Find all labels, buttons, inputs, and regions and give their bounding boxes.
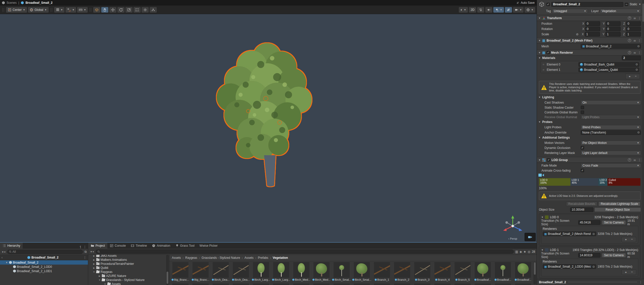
asset-item[interactable]: Branch_2 xyxy=(394,262,410,285)
pick-window-icon[interactable]: ⧉ xyxy=(84,250,87,254)
add-renderer-button[interactable]: ＋ xyxy=(623,270,628,274)
animate-crossfade-checkbox[interactable] xyxy=(581,169,584,172)
rect-tool-button[interactable] xyxy=(134,7,141,13)
2d-toggle-button[interactable]: 2D xyxy=(469,7,476,13)
footer-drag-handle[interactable] xyxy=(568,281,637,283)
additional-settings-foldout[interactable]: ▼Additional Settings xyxy=(537,135,642,140)
breadcrumb-item[interactable]: Grasslands - Stylized Nature xyxy=(202,256,240,260)
object-picker-icon[interactable]: ⊙ xyxy=(637,45,640,48)
asset-item[interactable]: Birch_Med... xyxy=(313,262,330,285)
remove-element-button[interactable]: − xyxy=(633,74,638,79)
hidden-packages-icon[interactable]: ◎ xyxy=(528,250,530,254)
help-icon[interactable]: ? xyxy=(628,158,631,162)
folder-row[interactable]: ▶JMO Assets xyxy=(88,255,169,258)
tab-timeline[interactable]: Timeline xyxy=(128,243,149,249)
object-picker-icon[interactable]: ⊙ xyxy=(592,232,595,236)
drag-handle-icon[interactable]: = xyxy=(542,63,545,66)
asset-item[interactable]: Branch_4 xyxy=(434,262,450,285)
material-element-row[interactable]: = Element 0 Broadleaf_Bark_Quibli ⊙ xyxy=(542,62,639,67)
kebab-menu-icon[interactable]: ⋮ xyxy=(638,39,641,42)
breadcrumb-item[interactable]: Assets xyxy=(244,256,253,260)
foldout-open-icon[interactable]: ▼ xyxy=(538,39,541,42)
folder-row[interactable]: ▼Grasslands - Stylized Nature xyxy=(88,278,169,282)
asset-item[interactable]: Birch_Smal... xyxy=(354,262,370,285)
recalculate-lightmap-button[interactable]: Recalculate Lightmap Scale xyxy=(598,202,640,206)
lod1-transition-field[interactable]: 14.80319 xyxy=(578,253,600,258)
breadcrumb-item[interactable]: Prefabs xyxy=(258,256,268,260)
selected-tree-object[interactable] xyxy=(0,14,537,242)
remove-renderer-button[interactable]: − xyxy=(629,270,634,274)
presets-icon[interactable]: ⚌ xyxy=(633,16,636,20)
lod-bar-segment[interactable]: Culled8% xyxy=(607,178,640,186)
folder-row[interactable]: ▼Raygeas xyxy=(88,270,169,274)
folder-row[interactable]: ▶AZURE Nature xyxy=(88,274,169,278)
motion-vectors-dropdown[interactable]: Per Object Motion▼ xyxy=(581,141,641,145)
tool-settings-dropdown[interactable]: ▼ xyxy=(77,7,88,13)
lod-bar[interactable]: LOD 0100% LOD 145% LOD 215% Culled8% xyxy=(539,178,640,186)
presets-icon[interactable]: ⚌ xyxy=(633,39,636,42)
kebab-menu-icon[interactable]: ⋮ xyxy=(638,158,641,162)
static-dropdown-caret[interactable]: ▼ xyxy=(639,3,641,6)
saved-search-star-icon[interactable]: ★ xyxy=(523,250,526,254)
material-object-field[interactable]: Broadleaf_Bark_Quibli ⊙ xyxy=(578,62,639,67)
position-y-field[interactable]: 0 xyxy=(606,21,621,26)
recalculate-bounds-button[interactable]: Recalculate Bounds xyxy=(566,202,598,206)
kebab-menu-icon[interactable]: ⋮ xyxy=(639,280,642,284)
light-probes-dropdown[interactable]: Blend Probes▼ xyxy=(581,125,641,130)
kebab-menu-icon[interactable]: ⋮ xyxy=(638,51,641,54)
position-x-field[interactable]: 0 xyxy=(585,21,600,26)
mesh-filter-header[interactable]: ▼ ▦ Broadleaf_Small_2 (Mesh Filter) ?⚌⋮ xyxy=(537,38,642,43)
pivot-mode-dropdown[interactable]: Center ▼ xyxy=(6,7,27,13)
object-size-field[interactable]: 10.35548 xyxy=(570,207,593,212)
tab-wwise-picker[interactable]: Wwise Picker xyxy=(197,243,220,249)
position-z-field[interactable]: 0 xyxy=(626,21,641,26)
scene-camera-preview[interactable] xyxy=(525,233,536,241)
breadcrumb-item[interactable]: Assets xyxy=(172,256,181,260)
tab-project[interactable]: Project xyxy=(88,243,107,249)
reset-object-size-button[interactable]: Reset Object Size xyxy=(594,207,641,212)
tab-hierarchy[interactable]: Hierarchy xyxy=(0,243,23,249)
static-shadow-caster-checkbox[interactable] xyxy=(581,106,584,109)
toolbar-drag-handle[interactable] xyxy=(90,8,91,12)
asset-item[interactable]: Branch_1 xyxy=(374,262,390,285)
foldout-open-icon[interactable]: ▼ xyxy=(6,261,8,264)
toolbar-drag-handle[interactable] xyxy=(51,8,52,12)
folder-tree-scrollbar[interactable] xyxy=(166,255,169,285)
tab-animation[interactable]: Animation xyxy=(149,243,173,249)
rotation-x-field[interactable]: 0 xyxy=(585,27,600,31)
lod-group-header[interactable]: ▼ LOD Group ?⚌⋮ xyxy=(537,157,642,163)
breadcrumb-item[interactable]: Raygeas xyxy=(185,256,197,260)
layer-dropdown[interactable]: Vegetation▼ xyxy=(600,9,641,13)
object-picker-icon[interactable]: ⊙ xyxy=(592,265,595,268)
auto-save-toggle[interactable]: Auto Save xyxy=(516,1,535,5)
lod1-renderer-field[interactable]: ▦ Broadleaf_Small_2_LOD0 (Mesh R ⊙ xyxy=(543,264,596,269)
lighting-foldout[interactable]: ▼Lighting xyxy=(537,95,642,100)
scale-x-field[interactable]: 1 xyxy=(585,32,600,37)
dynamic-occlusion-checkbox[interactable] xyxy=(581,146,584,149)
probes-foldout[interactable]: ▼Probes xyxy=(537,119,642,124)
help-icon[interactable]: ? xyxy=(628,51,631,54)
kebab-menu-icon[interactable]: ⋮ xyxy=(83,245,86,249)
asset-item[interactable]: Birch_Dea... xyxy=(233,262,249,285)
scene-lighting-toggle[interactable] xyxy=(477,7,484,13)
foldout-open-icon[interactable]: ▼ xyxy=(541,249,543,251)
fade-mode-dropdown[interactable]: Cross Fade▼ xyxy=(581,163,641,168)
scale-z-field[interactable]: 1 xyxy=(626,32,641,37)
object-picker-icon[interactable]: ⊙ xyxy=(637,131,640,134)
folder-row[interactable]: ▶Malbers Animations xyxy=(88,258,169,262)
lod-bar-segment[interactable]: LOD 215% xyxy=(598,178,607,186)
scenes-label[interactable]: Scenes xyxy=(7,1,17,5)
rotate-tool-button[interactable] xyxy=(117,7,124,13)
object-name-field[interactable]: Broadleaf_Small_2 xyxy=(551,2,623,7)
asset-item[interactable]: Birch_Med... xyxy=(293,262,309,285)
scene-visibility-toggle[interactable] xyxy=(505,7,512,13)
materials-count-field[interactable]: 2 xyxy=(622,56,641,60)
scene-audio-toggle[interactable] xyxy=(485,7,492,13)
shading-mode-dropdown[interactable]: ◐ ▼ xyxy=(459,7,468,13)
lod1-set-to-camera-button[interactable]: Set to Camera xyxy=(602,253,626,258)
add-element-button[interactable]: ＋ xyxy=(627,74,632,79)
kebab-menu-icon[interactable]: ⋮ xyxy=(83,256,86,259)
foldout-open-icon[interactable]: ▼ xyxy=(538,51,541,54)
asset-item[interactable]: Broadleaf... xyxy=(515,262,531,285)
tag-dropdown[interactable]: Untagged▼ xyxy=(552,9,588,13)
